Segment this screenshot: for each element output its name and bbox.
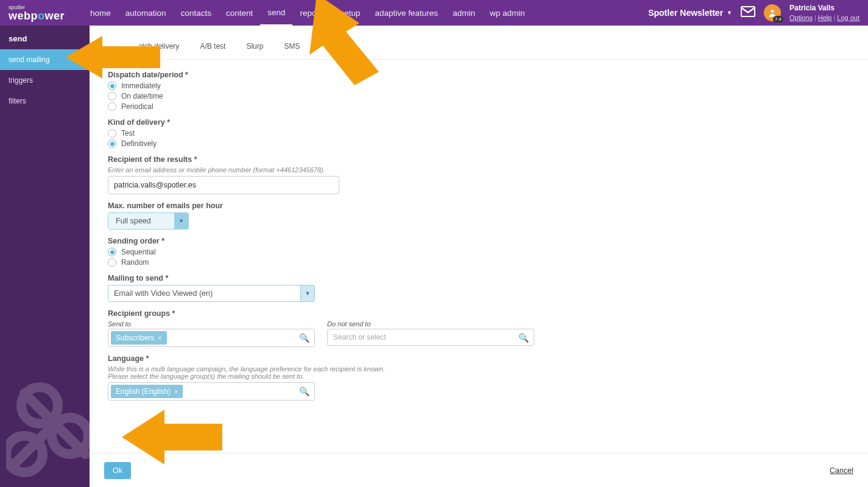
options-link[interactable]: Options: [789, 14, 813, 21]
logo-text-o: o: [38, 10, 45, 22]
help-link[interactable]: Help: [818, 14, 832, 21]
user-name: Patricia Valls: [789, 4, 859, 13]
radio-label-test: Test: [121, 129, 135, 138]
mail-icon[interactable]: [741, 5, 755, 19]
radio-label-periodical: Periodical: [121, 102, 153, 111]
sidebar: send send mailing triggers filters: [0, 26, 90, 487]
logout-link[interactable]: Log out: [837, 14, 859, 21]
label-language: Language *: [108, 354, 862, 363]
annotation-arrow: [66, 33, 160, 82]
nav-content[interactable]: content: [219, 0, 260, 26]
logo-text-right: wer: [45, 10, 65, 22]
chevron-down-icon[interactable]: ▼: [300, 286, 314, 301]
subtabs: atch delivery A/B test Slurp SMS: [90, 26, 868, 60]
label-send-to: Send to: [108, 320, 315, 328]
annotation-arrow: [280, 0, 381, 85]
hint-language-1: While this is a multi language campaign,…: [108, 365, 862, 373]
radio-test[interactable]: [108, 129, 116, 138]
label-max-per-hour: Max. number of emails per hour: [108, 201, 862, 210]
tag-subscribers: Subscribers×: [111, 331, 167, 345]
select-mailing-value: Email with Video Viewed (en): [108, 286, 300, 301]
tag-english: English (English)×: [111, 385, 183, 398]
label-not-send-to: Do not send to: [327, 320, 534, 328]
subtab-slurp[interactable]: Slurp: [240, 36, 269, 59]
radio-label-immediately: Immediately: [121, 82, 161, 90]
nav-home[interactable]: home: [83, 0, 118, 26]
brand-dropdown[interactable]: Spotler Newsletter: [648, 8, 732, 18]
nav-admin[interactable]: admin: [445, 0, 482, 26]
radio-label-random: Random: [121, 258, 149, 267]
label-recipient-groups: Recipient groups *: [108, 309, 862, 318]
tag-label: English (English): [116, 387, 171, 396]
svg-point-0: [771, 10, 774, 13]
svg-marker-6: [122, 410, 222, 464]
radio-periodical[interactable]: [108, 102, 116, 111]
chevron-down-icon[interactable]: ▼: [174, 213, 188, 229]
label-kind: Kind of delivery *: [108, 118, 862, 127]
hint-language-2: Please select the language group(s) the …: [108, 373, 862, 380]
label-dispatch: Dispatch date/period *: [108, 71, 862, 79]
form-scroll[interactable]: Dispatch date/period * Immediately On da…: [108, 71, 868, 402]
tag-remove-icon[interactable]: ×: [158, 334, 161, 342]
avatar[interactable]: 7.4: [764, 4, 781, 21]
avatar-badge: 7.4: [773, 16, 783, 23]
search-icon[interactable]: 🔍: [299, 387, 309, 396]
select-max-per-hour-value: Full speed: [108, 213, 174, 229]
nav-wp-admin[interactable]: wp admin: [482, 0, 532, 26]
logo-text-left: webp: [9, 10, 38, 22]
radio-sequential[interactable]: [108, 248, 116, 256]
svg-marker-5: [309, 0, 379, 85]
cancel-link[interactable]: Cancel: [830, 466, 853, 475]
radio-immediately[interactable]: [108, 82, 116, 90]
search-icon[interactable]: 🔍: [518, 333, 529, 343]
hint-recipient-results: Enter an email address or mobile phone n…: [108, 166, 862, 173]
radio-on-datetime[interactable]: [108, 92, 116, 100]
subtab-ab-test[interactable]: A/B test: [194, 36, 231, 59]
form-area: Dispatch date/period * Immediately On da…: [90, 60, 868, 453]
header-right: Spotler Newsletter 7.4 Patricia Valls Op…: [648, 4, 859, 22]
select-mailing-to-send[interactable]: Email with Video Viewed (en) ▼: [108, 285, 315, 302]
label-recipient-results: Recipient of the results *: [108, 155, 862, 164]
label-sending-order: Sending order *: [108, 237, 862, 245]
sidebar-decoration: [6, 381, 104, 487]
logo-main: webpower: [9, 10, 65, 21]
input-send-to[interactable]: Subscribers× 🔍: [108, 329, 315, 347]
input-language[interactable]: English (English)× 🔍: [108, 382, 315, 401]
radio-random[interactable]: [108, 258, 116, 267]
input-not-send-to[interactable]: Search or select 🔍: [327, 329, 534, 346]
nav-contacts[interactable]: contacts: [174, 0, 219, 26]
radio-label-on-datetime: On date/time: [121, 92, 163, 100]
nav-automation[interactable]: automation: [118, 0, 174, 26]
top-header: spotler webpower home automation contact…: [0, 0, 868, 26]
input-recipient-results[interactable]: [108, 176, 339, 194]
radio-label-definitively: Definitively: [121, 139, 157, 148]
tag-remove-icon[interactable]: ×: [174, 388, 178, 395]
sidebar-item-filters[interactable]: filters: [0, 91, 90, 111]
placeholder-not-send: Search or select: [333, 333, 386, 342]
logo: spotler webpower: [9, 5, 65, 21]
user-block: Patricia Valls Options|Help|Log out: [789, 4, 859, 22]
label-mailing-to-send: Mailing to send *: [108, 274, 862, 282]
annotation-arrow: [122, 407, 222, 468]
svg-marker-4: [66, 36, 160, 79]
tag-label: Subscribers: [116, 334, 154, 342]
select-max-per-hour[interactable]: Full speed ▼: [108, 212, 189, 229]
radio-definitively[interactable]: [108, 139, 116, 148]
search-icon[interactable]: 🔍: [299, 333, 309, 343]
radio-label-sequential: Sequential: [121, 248, 156, 256]
